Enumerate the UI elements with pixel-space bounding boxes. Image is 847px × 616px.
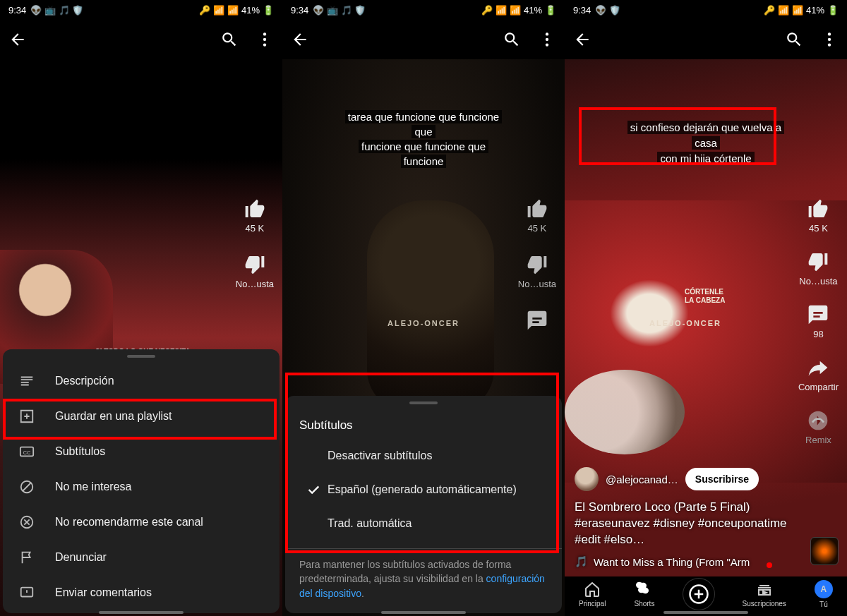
watermark: ALEJO-ONCER xyxy=(649,319,721,327)
dislike-label: No…usta xyxy=(236,279,274,289)
more-icon[interactable] xyxy=(256,30,274,49)
sheet-dont-recommend[interactable]: No recomendarme este canal xyxy=(3,505,280,540)
burned-caption: CÓRTENLE LA CABEZA xyxy=(685,288,725,305)
comment-button[interactable]: 98 xyxy=(807,303,829,339)
divider xyxy=(285,548,562,549)
dislike-label: No…usta xyxy=(518,279,556,289)
gesture-bar[interactable] xyxy=(663,611,748,614)
vpn-icon: 🔑 xyxy=(199,5,210,16)
feedback-icon xyxy=(18,585,35,600)
remix-button[interactable]: Remix xyxy=(805,409,831,445)
more-icon[interactable] xyxy=(820,30,839,49)
gesture-bar[interactable] xyxy=(381,611,466,614)
description-icon xyxy=(18,373,35,389)
battery-icon: 🔋 xyxy=(827,5,839,16)
battery-icon: 🔋 xyxy=(263,5,274,16)
signal-icon: 📶 xyxy=(227,5,239,16)
sheet-report[interactable]: Denunciar xyxy=(3,540,280,575)
share-button[interactable]: Compartir xyxy=(798,356,839,392)
nav-create[interactable] xyxy=(683,579,714,610)
comment-button[interactable] xyxy=(526,309,548,332)
check-icon xyxy=(299,482,328,497)
app-bar xyxy=(0,20,282,59)
like-button[interactable]: 45 K xyxy=(807,198,829,234)
back-icon[interactable] xyxy=(291,30,309,49)
sheet-subtitles[interactable]: CC Subtítulos xyxy=(3,434,280,469)
app-bar xyxy=(565,20,847,59)
status-time: 9:34 xyxy=(573,5,591,16)
nav-home[interactable]: Principal xyxy=(579,581,606,608)
subtitle-overlay: tarea que funcione que funcione que func… xyxy=(282,109,565,169)
svg-text:CC: CC xyxy=(23,449,31,456)
battery-pct: 41% xyxy=(241,5,260,16)
status-apps-icon: 👽 📺 🎵 🛡️ xyxy=(30,5,83,16)
search-icon[interactable] xyxy=(220,30,239,49)
subtitles-off[interactable]: Desactivar subtítulos xyxy=(285,440,562,472)
status-time: 9:34 xyxy=(291,5,308,16)
subscribe-button[interactable]: Suscribirse xyxy=(685,468,759,490)
dislike-button[interactable]: No…usta xyxy=(518,253,556,289)
dislike-label: No…usta xyxy=(799,276,837,286)
sheet-description[interactable]: Descripción xyxy=(3,363,280,399)
sheet-handle[interactable] xyxy=(127,355,155,358)
screen-1: 9:34 👽 📺 🎵 🛡️ 🔑 📶 📶 41% 🔋 SI TODO LO QU xyxy=(0,0,282,616)
status-time: 9:34 xyxy=(8,5,26,16)
like-count: 45 K xyxy=(528,223,547,234)
search-icon[interactable] xyxy=(785,30,803,49)
channel-avatar[interactable] xyxy=(575,467,599,491)
nav-shorts[interactable]: Shorts xyxy=(635,581,655,608)
svg-point-2 xyxy=(263,43,266,46)
svg-point-12 xyxy=(828,38,831,41)
like-count: 45 K xyxy=(246,223,265,234)
subtitles-auto-translate[interactable]: Trad. automática xyxy=(285,507,562,540)
status-bar: 9:34 👽 📺 🎵 🛡️ 🔑 📶 📶 41% 🔋 xyxy=(282,0,565,20)
subtitles-note: Para mantener los subtítulos activados d… xyxy=(285,557,562,600)
search-icon[interactable] xyxy=(503,30,521,49)
like-count: 45 K xyxy=(809,223,828,234)
vpn-icon: 🔑 xyxy=(764,5,775,16)
wifi-icon: 📶 xyxy=(213,5,224,16)
screen-3: 9:34 👽 🛡️ 🔑 📶 📶 41% 🔋 si confieso de xyxy=(565,0,847,616)
video-person xyxy=(367,200,494,412)
status-bar: 9:34 👽 📺 🎵 🛡️ 🔑 📶 📶 41% 🔋 xyxy=(0,0,282,20)
subtitles-title: Subtítulos xyxy=(285,410,562,440)
comment-count: 98 xyxy=(813,329,823,339)
gesture-bar[interactable] xyxy=(99,611,184,614)
battery-pct: 41% xyxy=(524,5,542,16)
music-thumb[interactable] xyxy=(810,537,839,565)
notification-dot xyxy=(767,562,772,568)
back-icon[interactable] xyxy=(8,30,27,49)
channel-name[interactable]: @alejocanad… xyxy=(606,473,678,485)
bottom-nav: Principal Shorts Suscripciones A Tú xyxy=(565,576,847,616)
dislike-button[interactable]: No…usta xyxy=(799,250,837,286)
battery-icon: 🔋 xyxy=(545,5,556,16)
nav-subscriptions[interactable]: Suscripciones xyxy=(743,581,786,608)
like-button[interactable]: 45 K xyxy=(526,198,548,234)
subtitle-overlay: si confieso dejarán que vuelva a casa co… xyxy=(565,120,847,166)
playlist-add-icon xyxy=(18,409,35,424)
video-title[interactable]: El Sombrero Loco (Parte 5 Final) #eraseu… xyxy=(575,500,805,548)
signal-icon: 📶 xyxy=(510,5,521,16)
status-bar: 9:34 👽 🛡️ 🔑 📶 📶 41% 🔋 xyxy=(565,0,847,20)
share-label: Compartir xyxy=(798,382,839,392)
action-rail: 45 K No…usta xyxy=(518,198,556,332)
back-icon[interactable] xyxy=(573,30,591,49)
nav-you[interactable]: A Tú xyxy=(815,580,833,608)
music-icon: 🎵 xyxy=(575,555,588,568)
more-icon[interactable] xyxy=(538,30,556,49)
signal-icon: 📶 xyxy=(792,5,803,16)
sheet-feedback[interactable]: Enviar comentarios xyxy=(3,575,280,610)
status-apps-icon: 👽 📺 🎵 🛡️ xyxy=(313,5,366,16)
subtitles-spanish-auto[interactable]: Español (generado automáticamente) xyxy=(285,472,562,507)
sheet-handle[interactable] xyxy=(409,401,438,404)
like-button[interactable]: 45 K xyxy=(244,198,266,234)
action-rail: 45 K No…usta xyxy=(236,198,274,289)
sheet-save-playlist[interactable]: Guardar en una playlist xyxy=(3,399,280,434)
music-title: Want to Miss a Thing (From "Arm xyxy=(594,556,750,568)
dislike-button[interactable]: No…usta xyxy=(236,253,274,289)
action-rail: 45 K No…usta 98 Compartir Remix xyxy=(798,198,839,445)
remove-circle-icon xyxy=(18,514,35,530)
sheet-not-interested[interactable]: No me interesa xyxy=(3,469,280,505)
vpn-icon: 🔑 xyxy=(481,5,493,16)
flag-icon xyxy=(18,550,35,565)
